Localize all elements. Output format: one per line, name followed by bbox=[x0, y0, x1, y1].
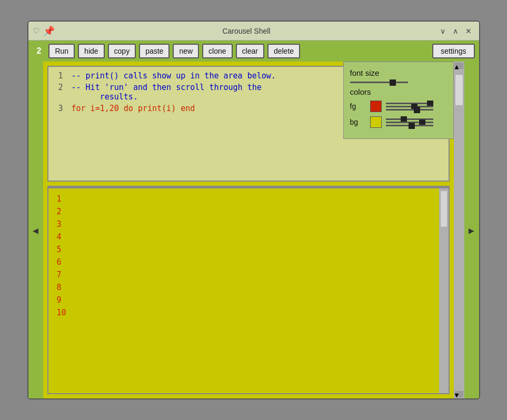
paste-button[interactable]: paste bbox=[139, 44, 170, 58]
fg-label: fg bbox=[350, 102, 366, 111]
fg-row: fg bbox=[350, 101, 447, 112]
fg-color-swatch[interactable] bbox=[370, 101, 382, 112]
line-content-3: for i=1,20 do print(i) end bbox=[72, 104, 195, 113]
clear-button[interactable]: clear bbox=[236, 44, 264, 58]
font-size-slider-track bbox=[350, 82, 408, 83]
output-6: 6 bbox=[57, 256, 440, 268]
output-panel: 1 2 3 4 5 6 7 8 9 10 bbox=[47, 187, 450, 394]
output-numbers: 1 2 3 4 5 6 7 8 9 10 bbox=[48, 188, 449, 323]
left-arrow-icon: ◀ bbox=[33, 225, 38, 236]
heart-icon[interactable]: ♡ bbox=[34, 25, 39, 36]
output-scrollbar[interactable] bbox=[439, 188, 449, 393]
bg-slider-thumb-3[interactable] bbox=[409, 123, 415, 129]
fg-slider-3 bbox=[386, 109, 447, 111]
bg-slider-track-3 bbox=[386, 125, 433, 126]
output-4: 4 bbox=[57, 231, 440, 243]
bg-sliders bbox=[386, 118, 447, 126]
output-9: 9 bbox=[57, 294, 440, 306]
font-size-title: font size bbox=[350, 68, 447, 77]
bg-slider-2 bbox=[386, 122, 447, 123]
settings-panel: font size colors fg bbox=[343, 62, 454, 139]
line-content-1: -- print() calls show up in the area bel… bbox=[72, 71, 276, 81]
fg-slider-track-2 bbox=[386, 106, 433, 107]
bg-color-swatch[interactable] bbox=[370, 116, 382, 128]
right-nav-arrow[interactable]: ▶ bbox=[464, 62, 479, 398]
line-number-1: 1 bbox=[53, 71, 63, 81]
editor-scrollbar[interactable]: ▲ ▼ bbox=[454, 62, 464, 398]
window-title: Carousel Shell bbox=[55, 27, 438, 35]
line-number-2: 2 bbox=[53, 83, 63, 102]
output-1: 1 bbox=[57, 193, 440, 205]
left-nav-arrow[interactable]: ◀ bbox=[28, 62, 43, 398]
run-button[interactable]: Run bbox=[48, 44, 75, 58]
fg-sliders bbox=[386, 103, 447, 111]
output-5: 5 bbox=[57, 243, 440, 256]
fg-slider-track-3 bbox=[386, 109, 433, 111]
delete-button[interactable]: delete bbox=[267, 44, 300, 58]
pin-icon[interactable]: 📌 bbox=[43, 25, 55, 36]
maximize-button[interactable]: ∧ bbox=[451, 26, 460, 36]
bg-slider-1 bbox=[386, 118, 447, 120]
titlebar: ♡ 📌 Carousel Shell ∨ ∧ ✕ bbox=[28, 22, 479, 41]
main-area: ◀ 1 -- print() calls show up in the area… bbox=[28, 62, 479, 398]
scrollbar-down-arrow[interactable]: ▼ bbox=[455, 391, 463, 397]
settings-button[interactable]: settings bbox=[432, 44, 474, 58]
colors-title: colors bbox=[350, 87, 447, 96]
fg-slider-thumb-3[interactable] bbox=[414, 107, 420, 113]
bg-slider-track-1 bbox=[386, 118, 433, 120]
fg-slider-track-1 bbox=[386, 103, 433, 104]
output-8: 8 bbox=[57, 281, 440, 294]
close-button[interactable]: ✕ bbox=[463, 26, 474, 36]
bg-slider-3 bbox=[386, 125, 447, 126]
line-number-3: 3 bbox=[53, 104, 63, 113]
output-3: 3 bbox=[57, 218, 440, 231]
main-window: ♡ 📌 Carousel Shell ∨ ∧ ✕ 2 Run hide copy… bbox=[27, 21, 480, 399]
font-size-slider-thumb[interactable] bbox=[390, 79, 396, 86]
toolbar: 2 Run hide copy paste new clone clear de… bbox=[28, 41, 479, 62]
new-button[interactable]: new bbox=[173, 44, 199, 58]
output-scrollbar-thumb[interactable] bbox=[440, 191, 448, 227]
font-size-row bbox=[350, 82, 447, 83]
copy-button[interactable]: copy bbox=[108, 44, 136, 58]
tab-number: 2 bbox=[33, 45, 46, 57]
editor-scrollbar-thumb[interactable] bbox=[455, 74, 463, 106]
line-content-2: -- Hit 'run' and then scroll through the… bbox=[72, 83, 262, 102]
clone-button[interactable]: clone bbox=[202, 44, 232, 58]
content-area: 1 -- print() calls show up in the area b… bbox=[43, 62, 464, 398]
right-arrow-icon: ▶ bbox=[469, 225, 474, 236]
output-2: 2 bbox=[57, 205, 440, 218]
bg-row: bg bbox=[350, 116, 447, 128]
minimize-button[interactable]: ∨ bbox=[438, 26, 448, 36]
bg-label: bg bbox=[350, 118, 366, 126]
output-7: 7 bbox=[57, 268, 440, 281]
hide-button[interactable]: hide bbox=[78, 44, 104, 58]
scrollbar-up-arrow[interactable]: ▲ bbox=[455, 63, 463, 69]
output-10: 10 bbox=[57, 306, 440, 319]
